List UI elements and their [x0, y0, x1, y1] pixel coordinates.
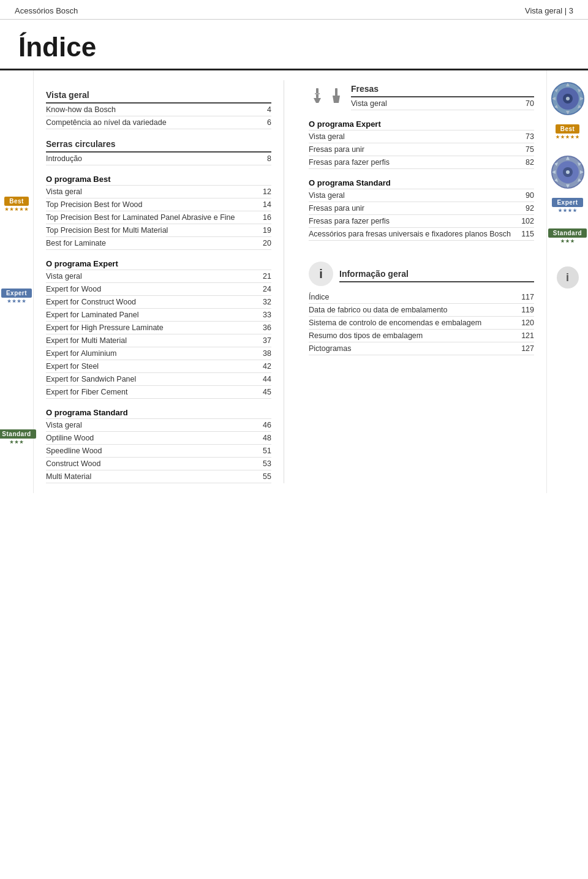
saw-image-top [551, 81, 585, 116]
info-title-area: Informação geral [339, 265, 534, 282]
toc-row: Competência ao nível da variedade 6 [46, 116, 271, 129]
toc-row: Pictogramas 127 [309, 342, 534, 355]
star-3 [20, 440, 24, 444]
toc-row: Top Precision Best for Laminated Panel A… [46, 211, 271, 224]
standard-stars-right [560, 239, 575, 243]
section-fresas-standard: O programa Standard Vista geral 90 Fresa… [309, 175, 534, 241]
star-4 [570, 135, 575, 139]
info-badge-right: i [557, 266, 579, 289]
star-4 [20, 207, 24, 211]
fresas-icons [309, 87, 345, 104]
star-1 [5, 207, 9, 211]
star-4 [573, 208, 577, 213]
star-3 [570, 239, 575, 243]
star-2 [10, 207, 14, 211]
star-4 [22, 299, 26, 303]
section-fresas-expert: O programa Expert Vista geral 73 Fresas … [309, 116, 534, 169]
toc-row-fresas-geral: Vista geral 70 [351, 97, 534, 110]
svg-point-8 [566, 97, 570, 100]
standard-label-right: Standard [548, 228, 587, 238]
best-label: Best [4, 197, 29, 206]
toc-row: Best for Laminate 20 [46, 237, 271, 250]
best-stars-right [556, 135, 579, 139]
toc-row: Vista geral 73 [309, 130, 534, 143]
star-2 [15, 440, 19, 444]
section-best: O programa Best Vista geral 12 Top Preci… [46, 172, 271, 250]
expert-stars [7, 299, 26, 303]
toc-row: Construct Wood 53 [46, 458, 271, 470]
toc-row: Expert for Aluminium 38 [46, 347, 271, 360]
expert-badge-right: Expert [552, 198, 582, 213]
toc-row: Expert for High Pressure Laminate 36 [46, 322, 271, 334]
star-2 [560, 135, 565, 139]
toc-row: Expert for Construct Wood 32 [46, 296, 271, 309]
info-header-row: i Informação geral [309, 259, 534, 289]
toc-row: Fresas para unir 92 [309, 202, 534, 215]
expert-badge-left: Expert [1, 289, 32, 303]
toc-row: Expert for Fiber Cement 45 [46, 386, 271, 399]
svg-rect-2 [315, 93, 320, 94]
toc-row: Data de fabrico ou data de embalamento 1… [309, 304, 534, 317]
toc-row: Índice 117 [309, 291, 534, 304]
star-5 [24, 207, 29, 211]
svg-point-20 [566, 170, 570, 174]
router-bit-icon-2 [328, 87, 345, 104]
toc-row: Vista geral 90 [309, 189, 534, 202]
fresas-icon-top [309, 87, 345, 104]
toc-right-column: Fresas Vista geral 70 O programa Expert … [303, 80, 534, 483]
star-1 [556, 135, 560, 139]
page-title: Índice [18, 32, 570, 62]
section-serras: Serras circulares Introdução 8 [46, 135, 271, 165]
star-5 [575, 135, 579, 139]
circular-saw-svg [551, 81, 585, 116]
section-vista-geral: Vista geral Know-how da Bosch 4 Competên… [46, 86, 271, 129]
right-badge-panel: Best [546, 70, 588, 493]
router-bit-icon [309, 87, 326, 104]
best-label-right: Best [556, 124, 580, 134]
section-header-serras: Serras circulares [46, 135, 271, 153]
info-icon: i [309, 262, 333, 286]
standard-stars [10, 440, 24, 444]
subsection-expert: O programa Expert [46, 256, 271, 270]
expert-label: Expert [1, 289, 32, 298]
toc-row: Optiline Wood 48 [46, 432, 271, 445]
page-header: Acessórios Bosch Vista geral | 3 [0, 0, 588, 20]
section-standard: O programa Standard Vista geral 46 Optil… [46, 405, 271, 483]
star-1 [10, 440, 14, 444]
header-left: Acessórios Bosch [15, 6, 78, 15]
toc-row: Top Precision Best for Multi Material 19 [46, 224, 271, 237]
best-stars [5, 207, 29, 211]
circular-saw-svg-2 [551, 155, 585, 189]
star-3 [17, 299, 21, 303]
fresas-title-area: Fresas Vista geral 70 [351, 80, 534, 110]
saw-image-mid [551, 155, 585, 189]
section-header-info: Informação geral [339, 265, 534, 282]
header-right: Vista geral | 3 [525, 6, 573, 15]
section-expert: O programa Expert Vista geral 21 Expert … [46, 256, 271, 399]
toc-row: Vista geral 12 [46, 186, 271, 198]
toc-row: Sistema de controlo de encomendas e emba… [309, 317, 534, 330]
star-2 [563, 208, 567, 213]
star-1 [560, 239, 565, 243]
title-section: Índice [0, 20, 588, 70]
toc-row: Expert for Steel 42 [46, 360, 271, 373]
subsection-standard: O programa Standard [46, 405, 271, 419]
toc-row: Know-how da Bosch 4 [46, 104, 271, 116]
section-header-fresas: Fresas [351, 80, 534, 97]
star-3 [565, 135, 570, 139]
toc-left-column: Vista geral Know-how da Bosch 4 Competên… [46, 80, 284, 483]
toc-row: Fresas para fazer perfis 82 [309, 156, 534, 169]
subsection-fresas-expert: O programa Expert [309, 116, 534, 130]
expert-label-right: Expert [552, 198, 582, 207]
toc-row: Expert for Multi Material 37 [46, 334, 271, 347]
toc-row: Resumo dos tipos de embalagem 121 [309, 330, 534, 342]
section-header-vistaGeral: Vista geral [46, 86, 271, 104]
toc-row: Top Precision Best for Wood 14 [46, 198, 271, 211]
toc-row: Expert for Wood 24 [46, 283, 271, 296]
toc-row: Fresas para fazer perfis 102 [309, 215, 534, 228]
best-badge-left: Best [4, 197, 29, 211]
star-2 [565, 239, 570, 243]
section-info-geral: i Informação geral Índice 117 Data de fa… [309, 259, 534, 355]
toc-area: Vista geral Know-how da Bosch 4 Competên… [34, 70, 546, 493]
subsection-best: O programa Best [46, 172, 271, 186]
